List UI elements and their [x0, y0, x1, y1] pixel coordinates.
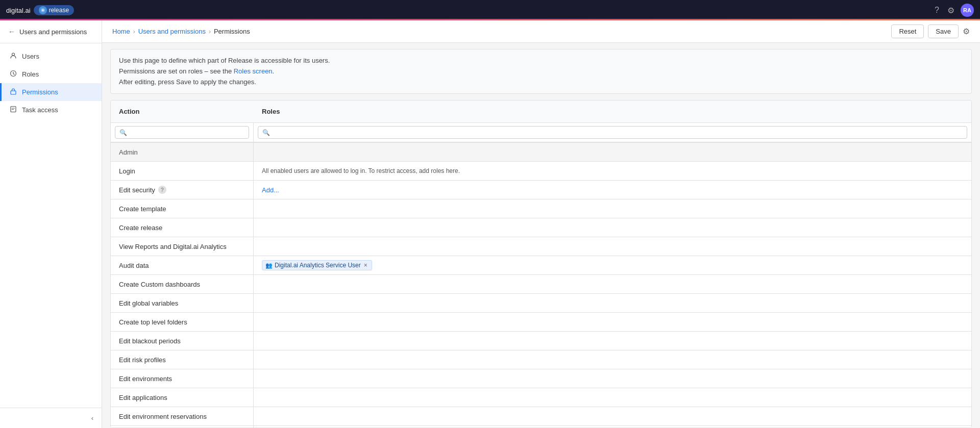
- table-row: Admin: [111, 143, 971, 162]
- permissions-table: Action Roles 🔍 🔍: [110, 100, 972, 428]
- role-tag-close-button[interactable]: ×: [364, 262, 368, 269]
- breadcrumb-home[interactable]: Home: [112, 28, 130, 35]
- edit-risk-profiles-roles-cell: [254, 350, 971, 369]
- login-action-cell: Login: [111, 162, 254, 180]
- table-row: Create template: [111, 199, 971, 218]
- release-icon: [39, 6, 47, 14]
- reset-button[interactable]: Reset: [891, 24, 924, 38]
- breadcrumb-actions: Reset Save ⚙: [891, 24, 970, 38]
- table-row: Create Custom dashboards: [111, 275, 971, 294]
- sidebar-item-task-access[interactable]: Task access: [0, 101, 102, 119]
- sidebar-header[interactable]: ← Users and permissions: [0, 20, 102, 43]
- breadcrumb-sep-1: ›: [133, 28, 135, 35]
- action-search-cell: 🔍: [111, 123, 254, 142]
- svg-rect-3: [11, 91, 16, 94]
- table-header: Action Roles: [111, 100, 971, 123]
- sidebar-header-label: Users and permissions: [19, 28, 87, 36]
- sidebar-item-users[interactable]: Users: [0, 47, 102, 65]
- login-roles-cell: All enabled users are allowed to log in.…: [254, 162, 971, 180]
- main-layout: ← Users and permissions Users Roles: [0, 20, 980, 428]
- collapse-icon: ‹: [91, 414, 93, 422]
- table-row: Create release: [111, 218, 971, 237]
- create-top-level-folders-roles-cell: [254, 313, 971, 331]
- audit-data-role-tag: 👥 Digital.ai Analytics Service User ×: [262, 260, 372, 270]
- roles-search-icon: 🔍: [262, 129, 270, 136]
- edit-global-variables-roles-cell: [254, 294, 971, 312]
- release-label: release: [49, 7, 69, 14]
- roles-search-input[interactable]: [273, 129, 963, 136]
- table-row: Edit blackout periods: [111, 332, 971, 350]
- breadcrumb-bar: Home › Users and permissions › Permissio…: [102, 20, 980, 43]
- admin-roles-cell: [254, 143, 971, 161]
- edit-environments-roles-cell: [254, 369, 971, 388]
- table-row: Audit data 👥 Digital.ai Analytics Servic…: [111, 256, 971, 275]
- action-search-wrap: 🔍: [115, 126, 249, 139]
- breadcrumb-sep-2: ›: [209, 28, 211, 35]
- action-search-icon: 🔍: [119, 129, 127, 136]
- edit-blackout-periods-action-cell: Edit blackout periods: [111, 332, 254, 350]
- brand-logo-text: digital.ai: [6, 7, 31, 14]
- create-top-level-folders-action-cell: Create top level folders: [111, 313, 254, 331]
- edit-applications-roles-cell: [254, 388, 971, 407]
- role-tag-label: Digital.ai Analytics Service User: [275, 262, 361, 269]
- edit-global-variables-action-cell: Edit global variables: [111, 294, 254, 312]
- navbar-brand: digital.ai release: [6, 5, 74, 15]
- roles-search-wrap: 🔍: [258, 126, 967, 139]
- col-roles-header: Roles: [254, 105, 971, 118]
- settings-button[interactable]: ⚙: [945, 4, 957, 17]
- edit-blackout-periods-roles-cell: [254, 332, 971, 350]
- user-avatar-button[interactable]: RA: [961, 4, 974, 17]
- edit-env-reservations-action-cell: Edit environment reservations: [111, 407, 254, 425]
- info-box: Use this page to define which part of Re…: [110, 49, 972, 94]
- content-area: Home › Users and permissions › Permissio…: [102, 20, 980, 428]
- admin-section-label: Admin: [111, 143, 254, 161]
- create-template-roles-cell: [254, 199, 971, 218]
- edit-security-add-link[interactable]: Add...: [262, 186, 279, 194]
- save-button[interactable]: Save: [928, 24, 959, 38]
- page-settings-button[interactable]: ⚙: [963, 27, 970, 36]
- table-row: Login All enabled users are allowed to l…: [111, 162, 971, 181]
- edit-security-action-cell: Edit security ?: [111, 181, 254, 199]
- table-row: Edit applications: [111, 388, 971, 407]
- sidebar-collapse-button[interactable]: ‹: [0, 408, 102, 428]
- edit-security-help-icon[interactable]: ?: [158, 186, 166, 194]
- table-row: Edit security ? Add...: [111, 181, 971, 199]
- task-access-icon: [10, 106, 17, 114]
- col-action-header: Action: [111, 105, 254, 118]
- breadcrumb-users-permissions[interactable]: Users and permissions: [138, 28, 206, 35]
- roles-screen-link[interactable]: Roles screen: [234, 67, 273, 75]
- runner-registration-roles-cell: [254, 426, 971, 428]
- action-search-input[interactable]: [130, 129, 244, 136]
- audit-data-roles-cell: 👥 Digital.ai Analytics Service User ×: [254, 256, 971, 274]
- back-icon: ←: [8, 28, 15, 36]
- sidebar: ← Users and permissions Users Roles: [0, 20, 102, 428]
- edit-env-reservations-roles-cell: [254, 407, 971, 425]
- table-row: Edit risk profiles: [111, 350, 971, 369]
- edit-applications-action-cell: Edit applications: [111, 388, 254, 407]
- table-row: Runner registration: [111, 426, 971, 428]
- sidebar-item-permissions[interactable]: Permissions: [0, 83, 102, 101]
- create-release-action-cell: Create release: [111, 218, 254, 237]
- create-release-roles-cell: [254, 218, 971, 237]
- release-badge: release: [34, 5, 74, 15]
- edit-environments-action-cell: Edit environments: [111, 369, 254, 388]
- table-row: View Reports and Digital.ai Analytics: [111, 237, 971, 256]
- sidebar-item-roles[interactable]: Roles: [0, 65, 102, 83]
- create-template-action-cell: Create template: [111, 199, 254, 218]
- sidebar-nav: Users Roles Permissions Task access: [0, 43, 102, 408]
- role-tag-icon: 👥: [265, 262, 273, 269]
- sidebar-item-permissions-label: Permissions: [22, 88, 58, 96]
- view-reports-action-cell: View Reports and Digital.ai Analytics: [111, 237, 254, 256]
- breadcrumb: Home › Users and permissions › Permissio…: [112, 28, 250, 35]
- svg-point-1: [12, 53, 15, 56]
- navbar: digital.ai release ? ⚙ RA: [0, 0, 980, 20]
- edit-risk-profiles-action-cell: Edit risk profiles: [111, 350, 254, 369]
- table-row: Create top level folders: [111, 313, 971, 332]
- table-row: Edit global variables: [111, 294, 971, 313]
- create-custom-dashboards-roles-cell: [254, 275, 971, 293]
- search-row: 🔍 🔍: [111, 123, 971, 143]
- table-row: Edit environments: [111, 369, 971, 388]
- table-row: Edit environment reservations: [111, 407, 971, 426]
- help-button[interactable]: ?: [933, 4, 941, 17]
- sidebar-item-task-access-label: Task access: [22, 106, 58, 114]
